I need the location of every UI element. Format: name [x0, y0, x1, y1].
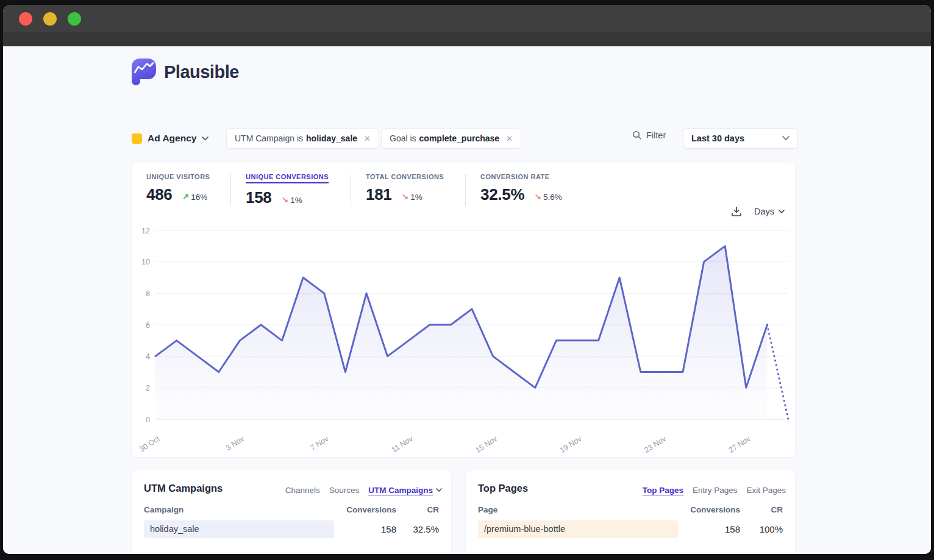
site-picker[interactable]: Ad Agency: [132, 128, 209, 149]
svg-text:23 Nov: 23 Nov: [643, 434, 668, 453]
browser-window: Plausible Ad Agency UTM Campaign is holi…: [3, 5, 931, 554]
site-name: Ad Agency: [148, 133, 196, 144]
svg-text:2: 2: [146, 384, 150, 392]
tab-sources[interactable]: Sources: [329, 486, 360, 495]
stat-label: UNIQUE VISITORS: [146, 173, 210, 180]
interval-label: Days: [754, 207, 774, 216]
svg-text:11 Nov: 11 Nov: [390, 434, 415, 453]
table-header: Campaign Conversions CR: [144, 505, 439, 514]
stat-label: UNIQUE CONVERSIONS: [246, 173, 329, 183]
stat-unique-conversions[interactable]: UNIQUE CONVERSIONS 158 ↘1%: [246, 173, 329, 207]
chart-controls: Days: [731, 206, 785, 217]
dashboard-page: Plausible Ad Agency UTM Campaign is holi…: [3, 46, 931, 554]
tab-exit-pages[interactable]: Exit Pages: [746, 486, 786, 495]
stat-divider: [465, 174, 466, 206]
stat-unique-visitors[interactable]: UNIQUE VISITORS 486 ↗16%: [146, 173, 210, 204]
plausible-logo: Plausible: [132, 58, 239, 85]
svg-text:15 Nov: 15 Nov: [474, 434, 499, 453]
stat-divider: [351, 174, 351, 206]
chip-value: complete_purchase: [419, 133, 500, 143]
tab-utm-campaigns[interactable]: UTM Campaigns: [368, 486, 442, 495]
cr-value: 100%: [740, 520, 783, 538]
remove-filter-icon[interactable]: ✕: [364, 134, 371, 143]
table-header: Page Conversions CR: [478, 505, 783, 514]
minimize-window-icon[interactable]: [43, 12, 57, 26]
stat-value: 486: [146, 185, 172, 204]
svg-text:19 Nov: 19 Nov: [558, 434, 583, 453]
stat-delta: 16%: [191, 193, 207, 202]
stat-divider: [230, 174, 231, 206]
stat-conversion-rate[interactable]: CONVERSION RATE 32.5% ↘5.6%: [480, 173, 562, 204]
table-row[interactable]: /premium-blue-bottle 158 100%: [478, 520, 783, 538]
visitors-graph-card: UNIQUE VISITORS 486 ↗16% UNIQUE CONVERSI…: [132, 163, 795, 457]
chip-prefix: UTM Campaign is: [235, 133, 303, 143]
stat-value: 181: [366, 185, 391, 204]
trend-down-icon: ↘: [401, 192, 408, 202]
svg-text:30 Oct: 30 Oct: [138, 434, 162, 453]
conversions-value: 158: [689, 520, 740, 538]
interval-select[interactable]: Days: [754, 207, 785, 216]
chip-value: holiday_sale: [306, 133, 357, 143]
stat-value: 32.5%: [480, 185, 524, 204]
campaign-name[interactable]: holiday_sale: [144, 520, 334, 538]
stat-delta: 5.6%: [543, 193, 562, 202]
filter-button[interactable]: Filter: [632, 130, 666, 140]
svg-text:10: 10: [141, 258, 150, 266]
svg-text:0: 0: [146, 416, 150, 424]
stat-value: 158: [246, 188, 271, 207]
svg-text:7 Nov: 7 Nov: [308, 434, 330, 452]
stat-delta: 1%: [410, 193, 422, 202]
site-favicon: [132, 133, 142, 144]
svg-text:4: 4: [146, 352, 150, 361]
tab-entry-pages[interactable]: Entry Pages: [693, 486, 738, 495]
table-row[interactable]: holiday_sale 158 32.5%: [144, 520, 439, 538]
chevron-down-icon: [779, 210, 785, 214]
date-range-select[interactable]: Last 30 days: [683, 128, 798, 149]
plausible-logo-icon: [132, 58, 156, 85]
utm-campaigns-card: UTM Campaigns Channels Sources UTM Campa…: [132, 470, 451, 554]
trend-down-icon: ↘: [281, 195, 288, 205]
date-range-value: Last 30 days: [691, 133, 744, 143]
pages-card-tabs: Top Pages Entry Pages Exit Pages: [643, 486, 786, 495]
remove-filter-icon[interactable]: ✕: [506, 134, 513, 143]
window-subbar: [3, 32, 931, 46]
tab-channels[interactable]: Channels: [285, 486, 320, 495]
page-path[interactable]: /premium-blue-bottle: [478, 520, 678, 538]
trend-down-icon: ↘: [534, 192, 541, 202]
cr-value: 32.5%: [396, 520, 439, 538]
tab-top-pages[interactable]: Top Pages: [643, 486, 683, 495]
chevron-down-icon: [782, 136, 790, 141]
filter-chip-goal[interactable]: Goal is complete_purchase ✕: [381, 128, 521, 149]
maximize-window-icon[interactable]: [68, 12, 81, 26]
brand-name: Plausible: [164, 62, 239, 82]
close-window-icon[interactable]: [19, 12, 32, 26]
top-stats: UNIQUE VISITORS 486 ↗16% UNIQUE CONVERSI…: [146, 173, 780, 208]
svg-text:6: 6: [146, 321, 150, 330]
chevron-down-icon: [202, 136, 209, 141]
svg-text:12: 12: [141, 227, 150, 235]
trend-up-icon: ↗: [182, 192, 189, 202]
svg-text:8: 8: [146, 289, 150, 298]
filter-button-label: Filter: [646, 130, 666, 140]
stat-delta: 1%: [290, 196, 302, 205]
window-titlebar: [3, 5, 931, 32]
search-icon: [632, 130, 642, 140]
svg-text:27 Nov: 27 Nov: [727, 434, 752, 453]
top-pages-card: Top Pages Top Pages Entry Pages Exit Pag…: [466, 470, 795, 554]
stat-label: CONVERSION RATE: [480, 173, 562, 180]
conversions-line-chart[interactable]: 02468101230 Oct3 Nov7 Nov11 Nov15 Nov19 …: [132, 224, 795, 453]
svg-text:3 Nov: 3 Nov: [224, 434, 246, 452]
utm-card-tabs: Channels Sources UTM Campaigns: [285, 486, 442, 495]
chevron-down-icon: [436, 488, 442, 492]
chip-prefix: Goal is: [390, 133, 416, 143]
filter-chip-utm-campaign[interactable]: UTM Campaign is holiday_sale ✕: [226, 128, 379, 149]
conversions-value: 158: [345, 520, 396, 538]
download-icon[interactable]: [731, 206, 742, 217]
stat-total-conversions[interactable]: TOTAL CONVERSIONS 181 ↘1%: [366, 173, 444, 204]
stat-label: TOTAL CONVERSIONS: [366, 173, 444, 180]
